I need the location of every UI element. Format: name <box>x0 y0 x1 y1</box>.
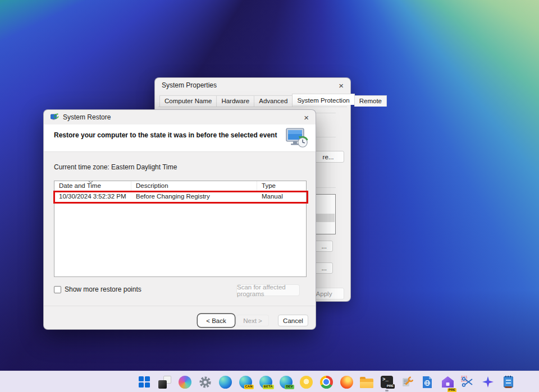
task-view-icon <box>158 376 171 389</box>
checkbox[interactable] <box>54 286 61 293</box>
system-restore-button-partial[interactable]: re... <box>312 151 344 163</box>
cell-type: Manual <box>257 191 306 202</box>
windows-logo-icon <box>139 376 150 388</box>
close-icon[interactable]: × <box>304 113 309 122</box>
sort-chevron-icon <box>88 181 93 183</box>
preview-badge: PRE <box>386 384 395 389</box>
scan-affected-programs-button[interactable]: Scan for affected programs <box>236 284 300 296</box>
beta-badge: BETA <box>263 385 274 389</box>
edge-beta-icon: BETA <box>259 376 272 389</box>
file-explorer-button[interactable] <box>357 372 377 392</box>
preview-badge: PRE <box>447 388 456 392</box>
back-button[interactable]: < Back <box>198 315 234 326</box>
terminal-preview-button[interactable]: >_ PRE <box>377 372 397 392</box>
edge-icon <box>219 376 232 389</box>
restore-point-row[interactable]: 10/30/2024 3:52:32 PM Before Changing Re… <box>54 191 306 202</box>
notepad-button[interactable] <box>498 372 518 392</box>
cancel-button[interactable]: Cancel <box>278 315 308 326</box>
dev-tools-button[interactable] <box>397 372 417 392</box>
dev-badge: DEV <box>285 385 294 389</box>
wizard-header: Restore your computer to the state it wa… <box>44 124 316 152</box>
show-more-restore-points[interactable]: Show more restore points <box>54 285 141 293</box>
edge-dev-icon: DEV <box>280 376 293 389</box>
chrome-icon <box>320 376 333 389</box>
dev-home-button[interactable]: PRE <box>437 372 458 392</box>
dev-home-icon <box>441 376 454 388</box>
tab-advanced[interactable]: Advanced <box>254 95 293 107</box>
copilot-icon <box>179 376 191 389</box>
task-view-button[interactable] <box>154 372 175 392</box>
tab-computer-name[interactable]: Computer Name <box>159 95 217 107</box>
sparkle-icon <box>482 376 494 388</box>
chrome-canary-button[interactable] <box>296 372 316 392</box>
copilot-button[interactable] <box>175 372 195 392</box>
tab-system-protection[interactable]: System Protection <box>292 94 354 105</box>
system-restore-icon <box>51 113 59 121</box>
timezone-label: Current time zone: Eastern Daylight Time <box>54 163 177 171</box>
running-indicator <box>385 390 389 391</box>
chrome-canary-icon <box>300 376 313 389</box>
web-document-icon <box>422 376 433 389</box>
edge-beta-button[interactable]: BETA <box>255 372 276 392</box>
system-restore-dialog: System Restore × Restore your computer t… <box>43 109 316 330</box>
system-restore-titlebar[interactable]: System Restore × <box>44 110 316 124</box>
copilot-sparkle-button[interactable] <box>478 372 498 392</box>
tab-remote[interactable]: Remote <box>354 95 387 107</box>
column-header-description[interactable]: Description <box>131 181 257 191</box>
firefox-icon <box>340 376 353 389</box>
canary-badge: CAN <box>244 385 254 389</box>
wrench-clipboard-icon <box>401 376 413 388</box>
edge-canary-button[interactable]: CAN <box>235 372 255 392</box>
edge-canary-icon: CAN <box>239 376 252 389</box>
system-restore-title: System Restore <box>63 113 111 121</box>
settings-button[interactable] <box>195 372 215 392</box>
wizard-heading: Restore your computer to the state it wa… <box>54 131 290 139</box>
system-properties-title: System Properties <box>162 81 217 89</box>
cell-date: 10/30/2024 3:52:32 PM <box>54 191 131 202</box>
edge-button[interactable] <box>215 372 235 392</box>
restore-points-table[interactable]: Date and Time Description Type 10/30/202… <box>54 181 307 277</box>
system-properties-titlebar[interactable]: System Properties × <box>155 78 350 93</box>
chrome-button[interactable] <box>316 372 336 392</box>
tabstrip-underline <box>158 107 347 107</box>
system-restore-monitor-icon <box>285 127 309 150</box>
checkbox-label: Show more restore points <box>65 285 141 293</box>
terminal-icon: >_ PRE <box>381 376 393 388</box>
edge-dev-button[interactable]: DEV <box>276 372 296 392</box>
taskbar-icon-row: CAN BETA DEV >_ PRE <box>134 372 518 392</box>
notepad-icon <box>504 376 513 388</box>
close-icon[interactable]: × <box>339 81 344 90</box>
snipping-tool-button[interactable] <box>458 372 478 392</box>
next-button[interactable]: Next > <box>236 315 269 326</box>
column-header-type[interactable]: Type <box>257 181 306 191</box>
web-document-button[interactable] <box>417 372 437 392</box>
scissors-icon <box>461 376 474 388</box>
folder-icon <box>360 379 373 388</box>
table-header-row: Date and Time Description Type <box>54 181 306 191</box>
footer-divider <box>44 306 316 306</box>
gear-icon <box>199 376 212 389</box>
taskbar: CAN BETA DEV >_ PRE <box>0 371 539 392</box>
cell-description: Before Changing Registry <box>131 191 257 202</box>
tab-hardware[interactable]: Hardware <box>216 95 254 107</box>
system-properties-tabstrip: Computer Name Hardware Advanced System P… <box>159 95 386 107</box>
firefox-button[interactable] <box>336 372 357 392</box>
start-button[interactable] <box>134 372 154 392</box>
